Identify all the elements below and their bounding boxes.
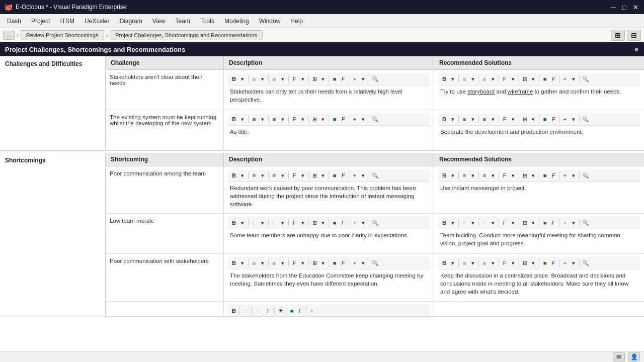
menu-itsm[interactable]: ITSM bbox=[55, 16, 79, 27]
search-btn-r1[interactable]: 🔍 bbox=[581, 74, 590, 83]
list-btn-d2[interactable]: ≡ bbox=[270, 115, 278, 124]
desc-cell-s1[interactable]: B ▾ ≡ ▾ ≡ ▾ F ▾ ⊞ bbox=[224, 166, 434, 213]
bold-dd-s2r[interactable]: ▾ bbox=[449, 218, 457, 227]
list-dd-d2[interactable]: ▾ bbox=[279, 115, 287, 124]
add-btn-r2[interactable]: + bbox=[561, 115, 569, 124]
font-dd-s1r[interactable]: ▾ bbox=[509, 171, 517, 180]
table-dd-r2[interactable]: ▾ bbox=[529, 115, 537, 124]
green-btn-s3r[interactable]: ■ bbox=[541, 258, 549, 267]
table-btn-s2r[interactable]: ⊞ bbox=[521, 218, 529, 227]
font-dd-s1d[interactable]: ▾ bbox=[299, 171, 307, 180]
bold-dd-r2[interactable]: ▾ bbox=[449, 115, 457, 124]
align-btn-s3d[interactable]: ≡ bbox=[250, 258, 258, 267]
font-btn-r1[interactable]: F bbox=[501, 74, 509, 83]
table-dd[interactable]: ▾ bbox=[319, 74, 327, 83]
font-dd-s3d[interactable]: ▾ bbox=[299, 258, 307, 267]
breadcrumb-icon-grid[interactable]: ⊞ bbox=[611, 30, 625, 41]
search-btn-d2[interactable]: 🔍 bbox=[371, 115, 380, 124]
list-dd-s3r[interactable]: ▾ bbox=[489, 258, 497, 267]
status-icon-mail[interactable]: ✉ bbox=[613, 352, 625, 361]
table-dd-s3d[interactable]: ▾ bbox=[319, 258, 327, 267]
list-btn-s1d[interactable]: ≡ bbox=[270, 171, 278, 180]
italic-btn[interactable]: F bbox=[339, 74, 347, 83]
add-dd-s2r[interactable]: ▾ bbox=[570, 218, 578, 227]
table-btn-s1d[interactable]: ⊞ bbox=[310, 171, 318, 180]
italic-btn-s2r[interactable]: F bbox=[549, 218, 557, 227]
search-btn-s2d[interactable]: 🔍 bbox=[371, 218, 380, 227]
bold-btn-s3d[interactable]: B bbox=[230, 258, 238, 267]
bold-btn-s2r[interactable]: B bbox=[440, 218, 448, 227]
rec-cell-2[interactable]: B ▾ ≡ ▾ ≡ ▾ F ▾ ⊞ bbox=[434, 110, 644, 150]
add-btn-s2r[interactable]: + bbox=[561, 218, 569, 227]
bold-btn-r2[interactable]: B bbox=[440, 115, 448, 124]
align-btn-s3r[interactable]: ≡ bbox=[460, 258, 468, 267]
green-btn-r2[interactable]: ■ bbox=[541, 115, 549, 124]
italic-btn-r2[interactable]: F bbox=[549, 115, 557, 124]
maximize-button[interactable]: □ bbox=[620, 3, 629, 12]
add-btn[interactable]: + bbox=[351, 74, 359, 83]
align-btn-s4d[interactable]: ≡ bbox=[242, 306, 250, 315]
list-dd[interactable]: ▾ bbox=[279, 74, 287, 83]
green-btn-r1[interactable]: ■ bbox=[541, 74, 549, 83]
add-dd-s1d[interactable]: ▾ bbox=[359, 171, 367, 180]
table-dd-s1d[interactable]: ▾ bbox=[319, 171, 327, 180]
align-dd-r2[interactable]: ▾ bbox=[469, 115, 477, 124]
list-dd-r2[interactable]: ▾ bbox=[489, 115, 497, 124]
align-dd-r1[interactable]: ▾ bbox=[469, 74, 477, 83]
menu-dash[interactable]: Dash bbox=[2, 16, 26, 27]
font-btn-s4d[interactable]: F bbox=[265, 306, 273, 315]
italic-btn-r1[interactable]: F bbox=[549, 74, 557, 83]
bold-btn-s2d[interactable]: B bbox=[230, 218, 238, 227]
search-btn-s2r[interactable]: 🔍 bbox=[581, 218, 590, 227]
font-btn-d2[interactable]: F bbox=[290, 115, 298, 124]
align-btn-r1[interactable]: ≡ bbox=[460, 74, 468, 83]
add-dd-s2d[interactable]: ▾ bbox=[359, 218, 367, 227]
green-btn-s4d[interactable]: ■ bbox=[288, 306, 296, 315]
bold-dd-r1[interactable]: ▾ bbox=[449, 74, 457, 83]
font-btn-s1r[interactable]: F bbox=[501, 171, 509, 180]
align-btn-r2[interactable]: ≡ bbox=[460, 115, 468, 124]
list-btn-s1r[interactable]: ≡ bbox=[480, 171, 489, 180]
table-dd-s3r[interactable]: ▾ bbox=[529, 258, 537, 267]
table-dd-s1r[interactable]: ▾ bbox=[529, 171, 537, 180]
font-dd[interactable]: ▾ bbox=[299, 74, 307, 83]
search-btn-s3r[interactable]: 🔍 bbox=[581, 258, 590, 267]
add-dd-r2[interactable]: ▾ bbox=[570, 115, 578, 124]
add-btn-s4d[interactable]: + bbox=[308, 306, 316, 315]
align-dd-s1r[interactable]: ▾ bbox=[469, 171, 477, 180]
desc-cell-s4[interactable]: B ≡ ≡ F ⊞ ■ F bbox=[224, 302, 434, 316]
bold-btn[interactable]: B bbox=[230, 74, 238, 83]
bold-dd[interactable]: ▾ bbox=[238, 74, 247, 83]
italic-btn-s1d[interactable]: F bbox=[339, 171, 347, 180]
add-btn-s2d[interactable]: + bbox=[351, 218, 359, 227]
align-btn[interactable]: ≡ bbox=[250, 74, 258, 83]
italic-btn-s4d[interactable]: F bbox=[296, 306, 304, 315]
font-dd-s2r[interactable]: ▾ bbox=[509, 218, 517, 227]
add-dd-s1r[interactable]: ▾ bbox=[570, 171, 578, 180]
add-btn-s3d[interactable]: + bbox=[351, 258, 359, 267]
add-dd-r1[interactable]: ▾ bbox=[570, 74, 578, 83]
menu-project[interactable]: Project bbox=[26, 16, 55, 27]
add-dd-d2[interactable]: ▾ bbox=[359, 115, 367, 124]
breadcrumb-icon-layout[interactable]: ⊟ bbox=[627, 30, 641, 41]
font-btn[interactable]: F bbox=[290, 74, 298, 83]
bold-dd-s3d[interactable]: ▾ bbox=[238, 258, 247, 267]
font-btn-s2d[interactable]: F bbox=[290, 218, 298, 227]
align-btn-s1r[interactable]: ≡ bbox=[460, 171, 468, 180]
list-dd-s3d[interactable]: ▾ bbox=[279, 258, 287, 267]
bold-btn-d2[interactable]: B bbox=[230, 115, 238, 124]
status-icon-user[interactable]: 👤 bbox=[628, 352, 640, 361]
list-dd-s1r[interactable]: ▾ bbox=[489, 171, 497, 180]
desc-cell-s3[interactable]: B ▾ ≡ ▾ ≡ ▾ F ▾ ⊞ bbox=[224, 254, 434, 301]
font-btn-s3r[interactable]: F bbox=[501, 258, 509, 267]
font-dd-s2d[interactable]: ▾ bbox=[299, 218, 307, 227]
list-dd-s2r[interactable]: ▾ bbox=[489, 218, 497, 227]
align-dd-s1d[interactable]: ▾ bbox=[259, 171, 267, 180]
table-btn-s1r[interactable]: ⊞ bbox=[521, 171, 529, 180]
table-dd-s2d[interactable]: ▾ bbox=[319, 218, 327, 227]
list-btn-r1[interactable]: ≡ bbox=[480, 74, 489, 83]
table-dd-s2r[interactable]: ▾ bbox=[529, 218, 537, 227]
menu-uexceler[interactable]: UeXceler bbox=[79, 16, 114, 27]
align-btn-s1d[interactable]: ≡ bbox=[250, 171, 258, 180]
breadcrumb-item-challenges[interactable]: Project Challenges, Shortcomings and Rec… bbox=[110, 30, 263, 40]
